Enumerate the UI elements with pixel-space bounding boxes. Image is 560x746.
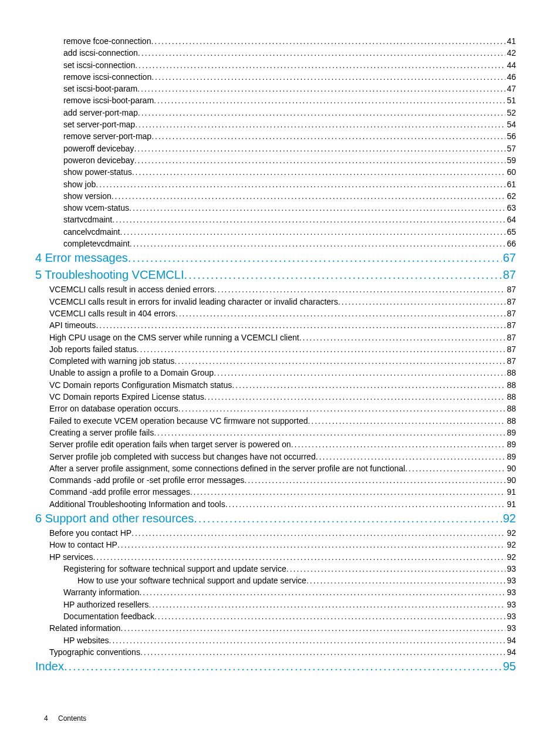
toc-entry[interactable]: show vcem-status63 [35,202,516,214]
toc-entry-label: Job reports failed status [49,343,137,355]
toc-entry-leader [151,130,505,142]
toc-entry-label: Commands -add profile or -set profile er… [49,474,244,486]
toc-entry[interactable]: set iscsi-boot-param47 [35,83,516,94]
toc-entry-label: Server profile job completed with succes… [49,451,316,463]
toc-entry-page: 62 [505,190,516,202]
toc-entry[interactable]: Completed with warning job status87 [35,355,516,367]
toc-entry-leader [286,563,506,575]
toc-entry[interactable]: HP websites94 [35,634,516,646]
toc-entry[interactable]: remove iscsi-boot-param51 [35,94,516,106]
toc-entry-page: 57 [505,143,516,154]
toc-entry[interactable]: 6 Support and other resources92 [35,510,516,527]
toc-entry-label: VCEMCLI calls result in access denied er… [49,283,214,295]
toc-entry-leader [137,343,506,355]
toc-entry-page: 88 [505,391,516,403]
toc-entry[interactable]: cancelvcdmaint65 [35,226,516,238]
toc-entry-page: 64 [505,214,516,225]
toc-entry-leader [137,83,505,94]
toc-entry[interactable]: After a server profile assignment, some … [35,463,516,474]
toc-entry[interactable]: How to use your software technical suppo… [35,575,516,586]
toc-entry-page: 88 [505,403,516,414]
toc-entry-page: 87 [505,319,516,331]
toc-entry-label: show vcem-status [63,202,129,214]
toc-entry-label: remove fcoe-connection [63,35,151,47]
toc-entry[interactable]: Failed to execute VCEM operation because… [35,415,516,427]
toc-entry[interactable]: Registering for software technical suppo… [35,563,516,575]
toc-entry[interactable]: Job reports failed status87 [35,343,516,355]
toc-entry-label: Warranty information [63,586,139,598]
toc-entry[interactable]: Warranty information93 [35,586,516,598]
toc-entry[interactable]: remove iscsi-connection46 [35,71,516,83]
toc-entry-leader [134,143,505,154]
toc-entry[interactable]: API timeouts87 [35,319,516,331]
toc-entry-leader [139,586,505,598]
toc-entry[interactable]: Command -add profile error messages91 [35,486,516,498]
toc-entry-leader [214,367,505,379]
toc-entry[interactable]: poweron devicebay59 [35,154,516,166]
toc-entry-page: 65 [505,226,516,238]
toc-entry-label: After a server profile assignment, some … [49,463,405,474]
toc-entry[interactable]: High CPU usage on the CMS server while r… [35,332,516,343]
toc-entry[interactable]: 5 Troubleshooting VCEMCLI87 [35,266,516,283]
toc-entry-leader [138,107,506,119]
toc-entry[interactable]: set server-port-map54 [35,119,516,130]
toc-entry[interactable]: 4 Error messages67 [35,249,516,266]
toc-entry-label: add server-port-map [63,107,138,119]
toc-entry-leader [149,599,505,610]
toc-entry-label: Typographic conventions [49,646,140,658]
toc-entry[interactable]: remove fcoe-connection41 [35,35,516,47]
toc-entry[interactable]: Server profile edit operation fails when… [35,438,516,450]
toc-entry[interactable]: Error on database operation occurs88 [35,403,516,414]
toc-entry-label: completevcdmaint [63,238,130,249]
toc-entry[interactable]: Typographic conventions94 [35,646,516,658]
toc-entry[interactable]: poweroff devicebay57 [35,143,516,154]
toc-entry[interactable]: set iscsi-connection44 [35,59,516,71]
toc-entry-label: HP authorized resellers [63,599,149,610]
toc-entry[interactable]: remove server-port-map56 [35,130,516,142]
toc-entry-leader [154,94,505,106]
toc-entry[interactable]: Unable to assign a profile to a Domain G… [35,367,516,379]
toc-entry-leader [306,575,506,586]
toc-entry[interactable]: Documentation feedback93 [35,610,516,622]
toc-entry-leader [308,415,505,427]
toc-entry[interactable]: Server profile job completed with succes… [35,451,516,463]
toc-entry[interactable]: VCEMCLI calls result in 404 errors87 [35,308,516,319]
toc-entry-leader [112,214,505,225]
toc-entry-label: Before you contact HP [49,527,131,539]
toc-entry[interactable]: show job61 [35,178,516,190]
toc-entry[interactable]: Before you contact HP92 [35,527,516,539]
toc-entry-label: 4 Error messages [35,249,128,266]
toc-entry[interactable]: Index95 [35,658,516,675]
toc-entry[interactable]: How to contact HP92 [35,539,516,551]
toc-entry[interactable]: VC Domain reports Expired License status… [35,391,516,403]
toc-entry[interactable]: VCEMCLI calls result in errors for inval… [35,296,516,308]
toc-entry[interactable]: Related information93 [35,622,516,634]
toc-entry[interactable]: completevcdmaint66 [35,238,516,249]
toc-entry[interactable]: HP services92 [35,551,516,563]
toc-entry[interactable]: VCEMCLI calls result in access denied er… [35,283,516,295]
toc-entry-label: set iscsi-boot-param [63,83,137,94]
toc-entry[interactable]: add iscsi-connection42 [35,47,516,59]
toc-entry-leader [174,355,505,367]
toc-entry-page: 87 [505,308,516,319]
toc-entry[interactable]: HP authorized resellers93 [35,599,516,610]
toc-entry-page: 60 [505,166,516,178]
toc-entry[interactable]: Commands -add profile or -set profile er… [35,474,516,486]
toc-entry[interactable]: Creating a server profile fails89 [35,427,516,438]
toc-entry[interactable]: VC Domain reports Configuration Mismatch… [35,379,516,391]
footer-section-label: Contents [58,714,86,723]
page-footer: 4 Contents [44,714,86,723]
toc-entry[interactable]: add server-port-map52 [35,107,516,119]
toc-entry-label: Additional Troubleshooting Information a… [49,498,225,510]
toc-entry-page: 94 [505,634,516,646]
toc-entry[interactable]: show version62 [35,190,516,202]
toc-entry[interactable]: startvcdmaint64 [35,214,516,225]
toc-entry-label: poweroff devicebay [63,143,134,154]
toc-entry-page: 59 [505,154,516,166]
toc-entry-leader [140,646,506,658]
toc-entry[interactable]: show power-status60 [35,166,516,178]
toc-entry-page: 41 [505,35,516,47]
toc-entry[interactable]: Additional Troubleshooting Information a… [35,498,516,510]
toc-entry-page: 87 [505,355,516,367]
toc-entry-leader [176,308,506,319]
